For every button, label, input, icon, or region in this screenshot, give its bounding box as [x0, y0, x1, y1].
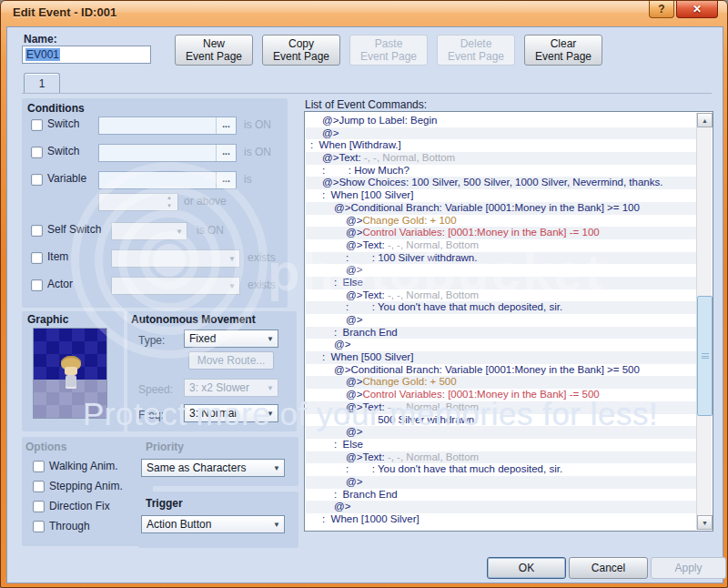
sprite-character: [59, 356, 83, 396]
scrollbar-thumb[interactable]: [697, 296, 713, 416]
scrollbar-down-button[interactable]: ▼: [697, 515, 713, 530]
command-text: -, -, Normal, Bottom: [385, 451, 480, 462]
condition-variable-checkbox[interactable]: [31, 174, 43, 186]
command-line[interactable]: @>Show Choices: 100 Silver, 500 Silver, …: [306, 177, 696, 189]
help-button[interactable]: ?: [649, 1, 674, 18]
condition-switch-2-field[interactable]: ...: [98, 144, 237, 162]
command-line[interactable]: @>Control Variables: [0001:Money in the …: [306, 227, 696, 239]
priority-select[interactable]: Same as Characters ▼: [141, 459, 285, 477]
title-bar[interactable]: Edit Event - ID:001 ? ✕: [1, 1, 728, 26]
command-line[interactable]: : : 500 Silver withdrawn.: [306, 414, 696, 427]
command-line[interactable]: @>: [306, 314, 696, 327]
clear-event-page-button[interactable]: Clear Event Page: [524, 35, 602, 66]
command-line[interactable]: : When [100 Silver]: [306, 189, 696, 202]
new-event-page-button[interactable]: New Event Page: [175, 35, 253, 66]
command-line[interactable]: @>: [306, 339, 696, 351]
freq-select[interactable]: 3: Normal ▼: [184, 404, 278, 422]
command-text: @>: [322, 127, 339, 138]
option-direction-fix-label: Direction Fix: [49, 500, 110, 512]
condition-switch-2-checkbox[interactable]: [31, 147, 43, 158]
command-text: @>Conditional Branch: Variable [0001:Mon…: [334, 364, 640, 375]
condition-row-variable-value: ▲▼or above: [22, 193, 288, 213]
option-direction-fix-checkbox[interactable]: [33, 501, 45, 512]
command-line[interactable]: : Else: [306, 439, 696, 451]
command-line[interactable]: @>Change Gold: + 100: [306, 215, 696, 228]
graphic-panel: Graphic: [22, 311, 124, 431]
sprite-body: [66, 375, 76, 389]
copy-event-page-button[interactable]: Copy Event Page: [262, 35, 340, 66]
command-text: @>Conditional Branch: Variable [0001:Mon…: [334, 202, 640, 213]
command-line[interactable]: : Else: [306, 277, 696, 289]
tab-page-1[interactable]: 1: [24, 73, 60, 94]
command-line[interactable]: @>Conditional Branch: Variable [0001:Mon…: [306, 202, 696, 215]
condition-self-switch-checkbox[interactable]: [31, 225, 43, 237]
command-list-title: List of Event Commands:: [305, 98, 427, 111]
conditions-panel: Conditions Switch...is ONSwitch...is ONV…: [22, 98, 288, 308]
command-line[interactable]: : When [Withdraw.]: [306, 139, 696, 152]
command-line[interactable]: : : How Much?: [306, 165, 696, 177]
command-line[interactable]: @>: [306, 501, 696, 513]
condition-item-label: Item: [47, 250, 68, 263]
condition-actor-checkbox[interactable]: [31, 279, 43, 291]
command-line[interactable]: @>: [306, 426, 696, 439]
condition-switch-1-checkbox[interactable]: [31, 119, 43, 131]
command-text: : When [1000 Silver]: [322, 513, 420, 524]
scrollbar-up-button[interactable]: ▲: [697, 113, 713, 127]
command-text: @>Jump to Label: Begin: [322, 115, 437, 126]
command-line[interactable]: @>Text: -, -, Normal, Bottom: [306, 152, 696, 165]
tab-label: 1: [39, 77, 46, 90]
ok-button[interactable]: OK: [487, 557, 566, 579]
command-line[interactable]: @>Conditional Branch: Variable [0001:Mon…: [306, 364, 696, 377]
graphic-title: Graphic: [27, 313, 68, 326]
option-row-stepping-anim: Stepping Anim.: [22, 479, 153, 499]
command-line[interactable]: : When [500 Silver]: [306, 351, 696, 364]
command-line[interactable]: @>Text: -, -, Normal, Bottom: [306, 451, 696, 464]
command-line[interactable]: : : You don't have that much deposited, …: [306, 463, 696, 476]
command-text: @>: [346, 215, 362, 226]
command-line[interactable]: : : 100 Silver withdrawn.: [306, 252, 696, 265]
command-line[interactable]: : When [1000 Silver]: [306, 513, 696, 526]
condition-switch-1-browse-button[interactable]: ...: [216, 117, 236, 134]
condition-item-checkbox[interactable]: [31, 252, 43, 264]
command-line[interactable]: @>Text: -, -, Normal, Bottom: [306, 289, 696, 302]
graphic-preview[interactable]: [33, 328, 107, 419]
condition-variable-field[interactable]: ...: [98, 171, 237, 189]
command-line[interactable]: @>: [306, 264, 696, 277]
command-line[interactable]: : Branch End: [306, 327, 696, 340]
option-stepping-anim-checkbox[interactable]: [33, 481, 45, 492]
movement-type-select[interactable]: Fixed ▼: [184, 329, 278, 348]
condition-switch-2-browse-button[interactable]: ...: [216, 145, 236, 161]
scrollbar-track[interactable]: ▲ ▼: [696, 113, 712, 530]
condition-variable-label: Variable: [47, 172, 86, 185]
delete-event-page-button: Delete Event Page: [437, 35, 515, 66]
command-line[interactable]: : : You don't have that much deposited, …: [306, 301, 696, 314]
command-text: : Branch End: [334, 489, 398, 500]
command-text: : : 100 Silver withdrawn.: [346, 252, 477, 263]
command-text: @>Text:: [322, 152, 361, 163]
cancel-button[interactable]: Cancel: [569, 557, 648, 579]
event-command-list[interactable]: @>Jump to Label: Begin@>: When [Withdraw…: [304, 111, 713, 532]
command-line[interactable]: @>: [306, 127, 696, 140]
command-text: -, -, Normal, Bottom: [361, 152, 456, 163]
command-line[interactable]: : Branch End: [306, 489, 696, 502]
trigger-select[interactable]: Action Button ▼: [141, 515, 285, 533]
type-label: Type:: [138, 334, 165, 347]
chevron-down-icon: ▼: [228, 282, 236, 290]
command-line[interactable]: @>Change Gold: + 500: [306, 376, 696, 389]
option-row-walking-anim: Walking Anim.: [22, 459, 153, 479]
command-line[interactable]: @>: [306, 476, 696, 489]
tab-divider: [22, 93, 712, 94]
condition-variable-browse-button[interactable]: ...: [216, 172, 236, 188]
event-name-input[interactable]: EV001: [22, 46, 151, 64]
option-through-checkbox[interactable]: [33, 521, 45, 532]
option-walking-anim-checkbox[interactable]: [33, 461, 45, 472]
command-text: -, -, Normal, Bottom: [385, 289, 480, 300]
command-text: : : How Much?: [322, 165, 410, 176]
condition-switch-1-field[interactable]: ...: [98, 117, 237, 135]
command-line[interactable]: @>Text: -, -, Normal, Bottom: [306, 239, 696, 252]
command-text: : Branch End: [334, 327, 398, 338]
command-line[interactable]: @>Jump to Label: Begin: [306, 115, 696, 127]
command-line[interactable]: @>Control Variables: [0001:Money in the …: [306, 389, 696, 401]
command-line[interactable]: @>Text: -, -, Normal, Bottom: [306, 401, 696, 414]
close-button[interactable]: ✕: [676, 1, 718, 18]
